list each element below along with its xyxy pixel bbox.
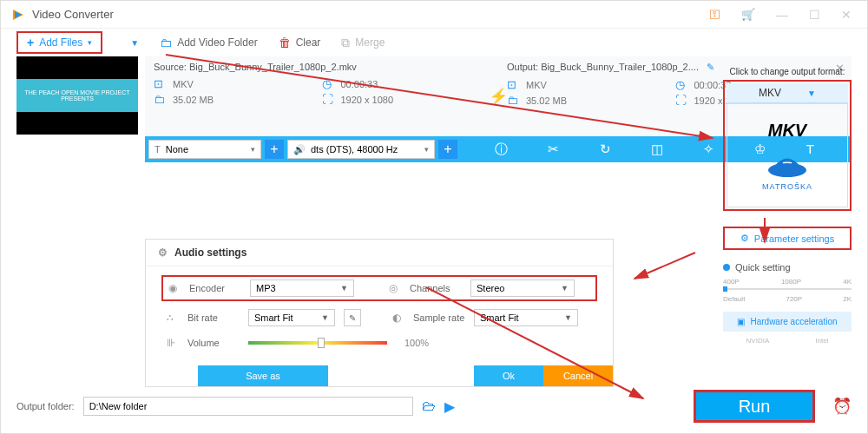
folder-size-icon: 🗀 [154, 93, 168, 106]
subtitle-select[interactable]: T None ▾ [148, 140, 261, 159]
format-panel-title: Click to change output format: [723, 67, 852, 76]
audio-track-select[interactable]: 🔊 dts (DTS), 48000 Hz ▾ [287, 140, 435, 159]
samplerate-icon: ◐ [392, 312, 404, 324]
thumbnail-banner: THE PEACH OPEN MOVIE PROJECT PRESENTS [16, 79, 138, 112]
quick-ticks-bottom: Default720P2K [723, 295, 852, 303]
clock-icon: ◷ [322, 77, 336, 90]
matroska-label: MATROŠKA [762, 182, 812, 191]
resolution-icon: ⛶ [322, 93, 336, 106]
ok-button[interactable]: Ok [474, 365, 543, 386]
resolution-icon: ⛶ [675, 94, 689, 107]
merge-button[interactable]: ⧉ Merge [341, 36, 385, 50]
svg-line-7 [635, 253, 695, 279]
add-folder-button[interactable]: 🗀 Add Video Folder [160, 36, 258, 49]
samplerate-select[interactable]: Smart Fit▼ [474, 309, 578, 326]
format-preview[interactable]: MKV MATROŠKA [727, 103, 848, 207]
audio-track-value: dts (DTS), 48000 Hz [311, 144, 419, 155]
main-toolbar: + Add Files ▾ ▼ 🗀 Add Video Folder 🗑 Cle… [1, 29, 867, 56]
chevron-down-icon: ▼ [807, 89, 816, 98]
samplerate-label: Sample rate [413, 312, 465, 323]
browse-folder-icon[interactable]: 🗁 [422, 398, 436, 414]
edit-output-icon[interactable]: ✎ [707, 62, 714, 72]
param-label: Parameter settings [754, 233, 834, 244]
add-subtitle-button[interactable]: + [265, 140, 284, 159]
hardware-accel-toggle[interactable]: ▣ Hardware acceleration [723, 312, 852, 332]
parameter-settings-button[interactable]: ⚙ Parameter settings [723, 227, 852, 250]
rotate-tool-icon[interactable]: ↻ [600, 141, 611, 158]
cart-icon[interactable]: 🛒 [736, 6, 760, 23]
key-icon[interactable]: ⚿ [704, 6, 726, 23]
footer-bar: Output folder: D:\New folder 🗁 ▶ Run ⏰ [16, 390, 852, 423]
maximize-button[interactable]: ☐ [804, 6, 825, 23]
effect-tool-icon[interactable]: ✧ [703, 141, 714, 158]
nvidia-badge: NVIDIA [746, 337, 770, 345]
run-button[interactable]: Run [694, 390, 815, 423]
folder-size-icon: 🗀 [507, 94, 521, 107]
add-files-button[interactable]: + Add Files ▾ [16, 31, 102, 54]
src-resolution: ⛶1920 x 1080 [322, 93, 490, 106]
volume-label: Volume [187, 338, 240, 348]
encoder-select[interactable]: MP3▼ [250, 279, 354, 297]
mkv-text: MKV [768, 121, 806, 141]
info-tool-icon[interactable]: ⓘ [495, 141, 508, 158]
sliders-icon: ⚙ [740, 233, 749, 244]
dropdown-arrow-icon[interactable]: ▼ [130, 38, 139, 48]
bitrate-edit-button[interactable]: ✎ [344, 309, 361, 326]
schedule-icon[interactable]: ⏰ [832, 397, 852, 416]
bitrate-select[interactable]: Smart Fit▼ [248, 309, 335, 326]
encoder-icon: ◉ [168, 282, 181, 294]
channels-label: Channels [410, 283, 462, 293]
subtitle-icon: T [155, 144, 161, 155]
channels-select[interactable]: Stereo▼ [470, 279, 575, 297]
title-bar: Video Converter ⚿ 🛒 — ☐ ✕ [1, 1, 867, 29]
chevron-down-icon: ▾ [88, 38, 92, 47]
merge-label: Merge [355, 36, 385, 49]
clear-label: Clear [296, 36, 321, 49]
trash-icon: 🗑 [279, 36, 291, 49]
volume-slider[interactable] [248, 341, 387, 345]
source-line: Source: Big_Buck_Bunny_Trailer_1080p_2.m… [154, 62, 490, 72]
clear-button[interactable]: 🗑 Clear [279, 36, 321, 49]
volume-icon: ⊪ [167, 337, 179, 349]
merge-icon: ⧉ [341, 36, 350, 50]
app-title: Video Converter [32, 8, 704, 21]
quick-setting-title: Quick setting [723, 262, 852, 273]
hw-label: Hardware acceleration [750, 317, 837, 326]
clock-icon: ◷ [675, 78, 689, 91]
subtitle-value: None [166, 144, 246, 155]
open-folder-icon[interactable]: ▶ [444, 398, 455, 415]
src-container: ⊡MKV [154, 77, 322, 90]
gpu-chips: NVIDIA Intel [723, 337, 852, 345]
quality-slider[interactable] [723, 288, 852, 290]
cut-tool-icon[interactable]: ✂ [548, 141, 559, 158]
svg-point-2 [768, 163, 806, 177]
output-folder-input[interactable]: D:\New folder [83, 397, 413, 416]
svg-point-3 [779, 161, 783, 165]
bolt-icon: ⚡ [489, 87, 508, 106]
svg-point-4 [792, 161, 795, 165]
format-value: MKV [759, 87, 781, 99]
volume-value: 100% [404, 338, 429, 348]
plus-icon: + [27, 36, 34, 49]
src-duration: ◷00:00:33 [322, 77, 490, 90]
format-dropdown[interactable]: MKV ▼ [727, 83, 848, 103]
video-thumbnail[interactable]: THE PEACH OPEN MOVIE PROJECT PRESENTS [16, 56, 138, 135]
add-files-label: Add Files [39, 36, 82, 49]
out-size: 🗀35.02 MB [507, 94, 675, 107]
add-folder-label: Add Video Folder [177, 36, 258, 49]
film-icon: ⊡ [507, 78, 521, 91]
gear-icon: ⚙ [158, 247, 168, 259]
add-audio-button[interactable]: + [438, 140, 457, 159]
minimize-button[interactable]: — [771, 6, 793, 23]
channels-icon: ◎ [389, 282, 401, 294]
save-as-button[interactable]: Save as [198, 365, 328, 386]
speaker-icon: 🔊 [293, 144, 306, 155]
encoder-label: Encoder [189, 283, 241, 293]
bitrate-icon: ∴ [167, 312, 179, 324]
bitrate-label: Bit rate [187, 312, 240, 323]
close-button[interactable]: ✕ [836, 6, 857, 23]
cancel-button[interactable]: Cancel [543, 365, 613, 386]
quick-ticks-top: 400P1080P4K [723, 278, 852, 286]
output-format-panel: Click to change output format: MKV ▼ MKV… [723, 67, 852, 345]
crop-tool-icon[interactable]: ◫ [651, 141, 663, 158]
